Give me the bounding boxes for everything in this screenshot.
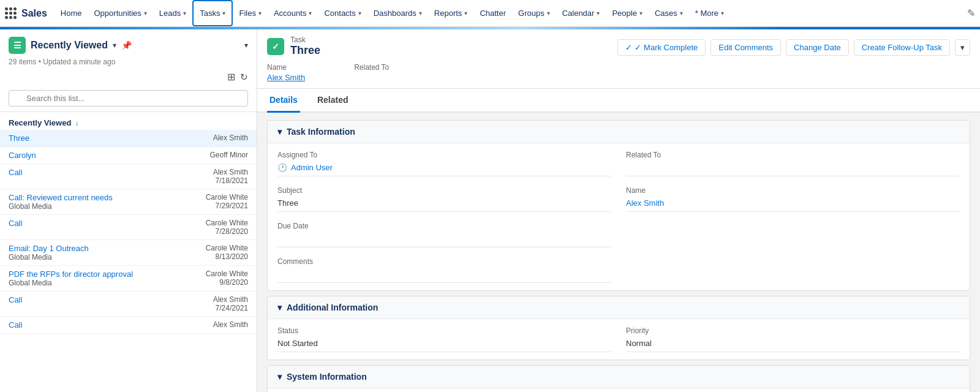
field-label: Assigned To [277, 151, 611, 159]
nav-item-chatter[interactable]: Chatter [473, 0, 512, 26]
sidebar-dropdown-arrow[interactable]: ▾ [244, 41, 248, 50]
pin-icon[interactable]: 📌 [121, 40, 132, 50]
section-additional-header[interactable]: ▾ Additional Information [268, 296, 970, 319]
field-due-date: Due Date ✎ [277, 222, 611, 247]
chevron-icon: ▾ [680, 10, 683, 17]
sidebar-title-chevron[interactable]: ▾ [113, 41, 116, 50]
section-system-information: ▾ System Information Created By 🕐 Admin … [267, 365, 970, 392]
sidebar-header: ☰ Recently Viewed ▾ 📌 ▾ 29 items • Updat… [0, 29, 257, 112]
item-name: Carolyn [9, 151, 36, 160]
item-meta: Geoff Minor [210, 151, 248, 160]
section-title: Additional Information [287, 303, 378, 312]
nav-item-reports[interactable]: Reports ▾ [428, 0, 474, 26]
field-subject: Subject Three ✎ [277, 186, 611, 212]
sidebar-meta: 29 items • Updated a minute ago [9, 58, 248, 66]
task-name-value[interactable]: Alex Smith [267, 73, 305, 82]
nav-item-cases[interactable]: Cases ▾ [649, 0, 689, 26]
nav-item-calendar[interactable]: Calendar ▾ [556, 0, 606, 26]
item-name: PDF the RFPs for director approval [9, 270, 133, 279]
edit-comments-label: Edit Comments [718, 43, 773, 52]
task-actions: ✓ ✓ Mark Complete Edit Comments Change D… [617, 39, 970, 56]
nav-item-dashboards[interactable]: Dashboards ▾ [368, 0, 428, 26]
tab-details[interactable]: Details [267, 89, 300, 113]
item-name: Three [9, 134, 29, 143]
task-header-fields: Name Alex Smith Related To [267, 59, 970, 82]
refresh-icon[interactable]: ↻ [240, 72, 248, 83]
edit-nav-icon[interactable]: ✎ [967, 7, 975, 19]
list-item[interactable]: Call: Reviewed current needs Global Medi… [0, 189, 257, 215]
chevron-icon: ▾ [258, 10, 262, 17]
tab-related[interactable]: Related [315, 89, 351, 113]
list-view-icon[interactable]: ⊞ [227, 71, 235, 83]
nav-items: Home Opportunities ▾ Leads ▾ Tasks ▾ Fil… [55, 0, 967, 26]
collapse-icon: ▾ [277, 303, 282, 312]
chevron-icon: ▾ [358, 10, 361, 17]
chevron-icon: ▾ [464, 10, 467, 17]
field-value: Alex Smith ✎ [626, 197, 960, 212]
task-related-field: Related To [354, 63, 389, 73]
task-title: Three [290, 44, 320, 57]
list-item[interactable]: Call Alex Smith7/24/2021 [0, 292, 257, 317]
list-item[interactable]: Call Alex Smith7/18/2021 [0, 164, 257, 189]
nav-item-people[interactable]: People ▾ [606, 0, 648, 26]
name-link[interactable]: Alex Smith [626, 198, 664, 208]
chevron-icon: ▾ [419, 10, 422, 17]
nav-item-tasks[interactable]: Tasks ▾ [192, 0, 233, 26]
create-follow-up-button[interactable]: Create Follow-Up Task [854, 39, 950, 56]
content-area: ✓ Task Three ✓ ✓ Mark Complete Edit Comm… [257, 29, 980, 392]
field-status: Status Not Started ✎ [277, 326, 611, 352]
field-value: Normal ✎ [626, 337, 960, 352]
task-header-top: ✓ Task Three [267, 36, 320, 57]
field-label: Related To [626, 151, 960, 159]
field-label: Comments [277, 257, 611, 266]
assigned-to-link[interactable]: Admin User [291, 163, 333, 172]
task-related-label: Related To [354, 63, 389, 72]
list-item[interactable]: Email: Day 1 Outreach Global Media Carol… [0, 240, 257, 266]
priority-value: Normal [626, 339, 652, 348]
task-header: ✓ Task Three ✓ ✓ Mark Complete Edit Comm… [257, 29, 980, 89]
clock-icon: 🕐 [277, 163, 287, 173]
section-system-body: Created By 🕐 Admin User , 7/22/2021, 10:… [268, 388, 970, 392]
list-item[interactable]: Call Alex Smith [0, 317, 257, 334]
create-follow-up-label: Create Follow-Up Task [862, 43, 942, 52]
app-launcher[interactable]: Sales [5, 7, 47, 19]
list-body: Three Alex Smith Carolyn Geoff Minor Cal… [0, 130, 257, 392]
section-task-info-header[interactable]: ▾ Task Information [268, 121, 970, 143]
sort-icon[interactable]: ↓ [75, 119, 78, 127]
nav-item-home[interactable]: Home [55, 0, 88, 26]
nav-item-more[interactable]: * More ▾ [689, 0, 730, 26]
item-name: Call [9, 295, 22, 312]
nav-item-contacts[interactable]: Contacts ▾ [318, 0, 367, 26]
nav-item-files[interactable]: Files ▾ [233, 0, 267, 26]
mark-complete-button[interactable]: ✓ ✓ Mark Complete [617, 39, 706, 56]
actions-dropdown-button[interactable]: ▾ [955, 39, 970, 56]
task-type-icon: ✓ [267, 38, 284, 55]
chevron-icon: ▾ [183, 10, 186, 17]
field-assigned-to: Assigned To 🕐 Admin User ✎ [277, 151, 611, 176]
search-input[interactable] [9, 90, 248, 107]
section-title: Task Information [287, 127, 355, 137]
task-name-label: Name [267, 63, 305, 72]
item-name: Call [9, 168, 22, 185]
nav-item-opportunities[interactable]: Opportunities ▾ [88, 0, 153, 26]
field-label: Priority [626, 326, 960, 335]
list-item[interactable]: PDF the RFPs for director approval Globa… [0, 266, 257, 292]
field-label: Subject [277, 186, 611, 195]
field-value: ✎ [626, 162, 960, 176]
change-date-button[interactable]: Change Date [786, 39, 849, 56]
edit-comments-button[interactable]: Edit Comments [710, 39, 781, 56]
task-type-label: Task [290, 36, 320, 44]
chevron-icon: ▾ [309, 10, 312, 17]
field-related-to: Related To ✎ [626, 151, 960, 176]
item-meta: Alex Smith7/18/2021 [213, 168, 248, 185]
list-item[interactable]: Carolyn Geoff Minor [0, 147, 257, 164]
nav-item-groups[interactable]: Groups ▾ [512, 0, 556, 26]
nav-item-accounts[interactable]: Accounts ▾ [268, 0, 318, 26]
subject-value: Three [277, 198, 298, 208]
sidebar-title: Recently Viewed [31, 40, 108, 51]
collapse-icon: ▾ [277, 127, 282, 137]
list-item[interactable]: Three Alex Smith [0, 130, 257, 147]
nav-item-leads[interactable]: Leads ▾ [153, 0, 192, 26]
list-item[interactable]: Call Carole White7/28/2020 [0, 215, 257, 240]
section-system-header[interactable]: ▾ System Information [268, 366, 970, 388]
